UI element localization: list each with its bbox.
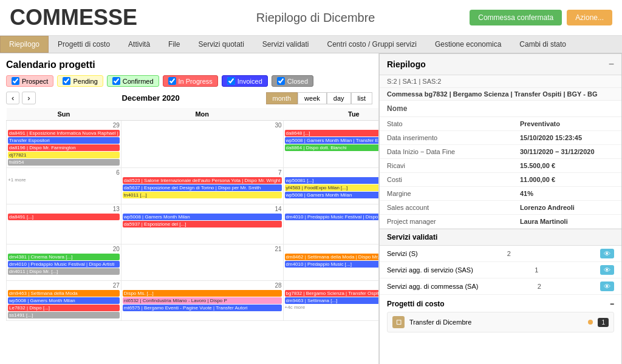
cal-day-dec20[interactable]: 20 dm4381 | Cinema Novara [...] dm4010 |… bbox=[7, 244, 121, 281]
servizi-sa-view-button[interactable]: 👁 bbox=[600, 281, 614, 291]
tab-riepilogo[interactable]: Riepilogo bbox=[0, 36, 49, 53]
commessa-confermata-button[interactable]: Commessa confermata bbox=[470, 10, 562, 25]
month-label: December 2020 bbox=[121, 93, 179, 103]
cal-day-dec29[interactable]: 29 bg7832 | Bergamo Scienza | Transfer O… bbox=[283, 281, 379, 321]
view-day[interactable]: day bbox=[327, 92, 351, 104]
tab-file[interactable]: File bbox=[159, 36, 189, 53]
servizi-sa-label: Servizi agg. di commessa (SA) bbox=[387, 283, 478, 290]
pm-label: Project manager bbox=[380, 215, 513, 229]
servizi-sas-view-button[interactable]: 👁 bbox=[600, 265, 614, 275]
riepilogo-row-ricavi: Ricavi 15.500,00 € bbox=[380, 159, 621, 173]
calendar-week-1: 29 da8491 | Esposizione Informatica Nuov… bbox=[7, 121, 380, 168]
legend-inprogress[interactable]: In Progress bbox=[163, 75, 218, 87]
close-button[interactable]: − bbox=[609, 59, 614, 70]
progetti-collapse[interactable]: − bbox=[610, 300, 614, 308]
tab-servizi-validati[interactable]: Servizi validati bbox=[253, 36, 318, 53]
cal-day-dec6[interactable]: 6 +1 more bbox=[7, 168, 121, 204]
riepilogo-details-table: Stato Preventivato Data inserimento 15/1… bbox=[380, 117, 621, 229]
cal-day-dec27[interactable]: 27 dm9463 | Settimana della Moda wp5008 … bbox=[7, 281, 121, 321]
riepilogo-title: Riepilogo bbox=[387, 59, 426, 69]
calendar-grid: Sun Mon Tue Wed Thu Fri Sat 29 da8491 | … bbox=[6, 108, 379, 321]
progetti-section: Progetti di costo − ☐ Transfer di Dicemb… bbox=[380, 295, 621, 337]
action-button[interactable]: Azione... bbox=[567, 10, 612, 25]
legend-prospect[interactable]: Prospect bbox=[6, 75, 53, 87]
tab-servizi-quotati[interactable]: Servizi quotati bbox=[189, 36, 253, 53]
tab-cambi-stato[interactable]: Cambi di stato bbox=[510, 36, 575, 53]
riepilogo-row-data-inizio: Data Inizio − Data Fine 30/11/2020 − 31/… bbox=[380, 145, 621, 159]
riepilogo-row-data-inserimento: Data inserimento 15/10/2020 15:23:45 bbox=[380, 131, 621, 145]
cal-day-dec7[interactable]: 7 da8523 | Salone Internazionale dell'au… bbox=[121, 168, 283, 204]
view-month[interactable]: month bbox=[266, 92, 298, 104]
view-list[interactable]: list bbox=[351, 92, 372, 104]
data-inizio-label: Data Inizio − Data Fine bbox=[380, 145, 513, 159]
riepilogo-commessa: Commessa bg7832 | Bergamo Scienza | Tran… bbox=[380, 88, 621, 101]
day-header-mon: Mon bbox=[121, 108, 283, 121]
servizi-sas-value: 1 bbox=[535, 266, 538, 274]
servizi-sas-row: Servizi agg. di servizio (SAS) 1 👁 bbox=[380, 262, 621, 278]
legend-closed[interactable]: Closed bbox=[272, 75, 313, 87]
riepilogo-row-margine: Margine 41% bbox=[380, 187, 621, 201]
servizi-s-label: Servizi (S) bbox=[387, 250, 418, 257]
calendar-panel: Calendario progetti Prospect Pending Con… bbox=[0, 53, 379, 364]
next-month-button[interactable]: › bbox=[22, 92, 35, 104]
sales-value: Lorenzo Andreoli bbox=[513, 201, 621, 215]
project-name: Transfer di Dicembre bbox=[409, 318, 583, 326]
stato-label: Stato bbox=[380, 117, 513, 131]
tab-attivita[interactable]: Attività bbox=[119, 36, 159, 53]
data-inserimento-label: Data inserimento bbox=[380, 131, 513, 145]
margine-label: Margine bbox=[380, 187, 513, 201]
tab-gestione-economica[interactable]: Gestione economica bbox=[426, 36, 510, 53]
riepilogo-nome-label: Nome bbox=[380, 101, 621, 117]
legend-confirmed[interactable]: Confirmed bbox=[107, 75, 159, 87]
margine-value: 41% bbox=[513, 187, 621, 201]
project-icon: ☐ bbox=[392, 316, 405, 328]
cal-day-dec14[interactable]: 14 wp5008 | Gamers Month Milan da5937 | … bbox=[121, 204, 283, 244]
day-header-tue: Tue bbox=[283, 108, 379, 121]
riepilogo-row-stato: Stato Preventivato bbox=[380, 117, 621, 131]
calendar-title: Calendario progetti bbox=[6, 59, 372, 70]
cal-day-dec22[interactable]: 22 dm8462 | Settimana della Moda | Dispo… bbox=[283, 244, 379, 281]
pm-value: Laura Martinoli bbox=[513, 215, 621, 229]
servizi-s-view-button[interactable]: 👁 bbox=[600, 249, 614, 258]
calendar-week-5: 27 dm9463 | Settimana della Moda wp5008 … bbox=[7, 281, 380, 321]
app-title: COMMESSE bbox=[10, 5, 137, 30]
cal-day-dec28[interactable]: 28 Dispo Ms. [...] nt6532 | Confindustri… bbox=[121, 281, 283, 321]
legend-invoiced[interactable]: Invoiced bbox=[222, 75, 268, 87]
project-status-dot bbox=[588, 320, 593, 325]
costi-value: 11.000,00 € bbox=[513, 173, 621, 187]
calendar-week-3: 13 da8491 [...] 14 wp5008 | Gamers Month… bbox=[7, 204, 380, 244]
day-header-sun: Sun bbox=[7, 108, 121, 121]
cal-day-dec15[interactable]: 15 dm4010 | Predappio Music Festival | D… bbox=[283, 204, 379, 244]
cal-day-nov29[interactable]: 29 da8491 | Esposizione Informatica Nuov… bbox=[7, 121, 121, 168]
servizi-sas-label: Servizi agg. di servizio (SAS) bbox=[387, 266, 473, 274]
legend-pending[interactable]: Pending bbox=[57, 75, 103, 87]
cal-day-dec8[interactable]: 8 wp50081 [...] yf4583 | FoodExpo Milan … bbox=[283, 168, 379, 204]
cal-day-nov30[interactable]: 30 bbox=[121, 121, 283, 168]
servizi-validati-header: Servizi validati bbox=[380, 229, 621, 246]
tab-centri-costo[interactable]: Centri costo / Gruppi servizi bbox=[318, 36, 426, 53]
cal-day-dec1[interactable]: 1 da8648 [...] wp5008 | Gamers Month Mil… bbox=[283, 121, 379, 168]
riepilogo-row-pm: Project manager Laura Martinoli bbox=[380, 215, 621, 229]
data-inizio-value: 30/11/2020 − 31/12/2020 bbox=[513, 145, 621, 159]
sales-label: Sales account bbox=[380, 201, 513, 215]
page-subtitle: Riepilogo di Dicembre bbox=[162, 11, 470, 25]
servizi-s-row: Servizi (S) 2 👁 bbox=[380, 246, 621, 262]
tab-progetti-costo[interactable]: Progetti di costo bbox=[49, 36, 119, 53]
costi-label: Costi bbox=[380, 173, 513, 187]
servizi-sa-value: 2 bbox=[538, 283, 541, 290]
cal-day-dec21[interactable]: 21 bbox=[121, 244, 283, 281]
riepilogo-row-sales: Sales account Lorenzo Andreoli bbox=[380, 201, 621, 215]
cal-day-dec13[interactable]: 13 da8491 [...] bbox=[7, 204, 121, 244]
progetti-label: Progetti di costo bbox=[387, 300, 445, 308]
riepilogo-row-costi: Costi 11.000,00 € bbox=[380, 173, 621, 187]
data-inserimento-value: 15/10/2020 15:23:45 bbox=[513, 131, 621, 145]
project-item[interactable]: ☐ Transfer di Dicembre 1 bbox=[387, 312, 614, 332]
calendar-legend: Prospect Pending Confirmed In Progress I… bbox=[6, 75, 372, 87]
progetti-header: Progetti di costo − bbox=[387, 300, 614, 308]
prev-month-button[interactable]: ‹ bbox=[6, 92, 19, 104]
project-count: 1 bbox=[598, 318, 609, 327]
view-week[interactable]: week bbox=[298, 92, 327, 104]
ricavi-label: Ricavi bbox=[380, 159, 513, 173]
servizi-sa-row: Servizi agg. di commessa (SA) 2 👁 bbox=[380, 278, 621, 295]
riepilogo-panel: Riepilogo − S:2 | SA:1 | SAS:2 Commessa … bbox=[379, 53, 622, 364]
